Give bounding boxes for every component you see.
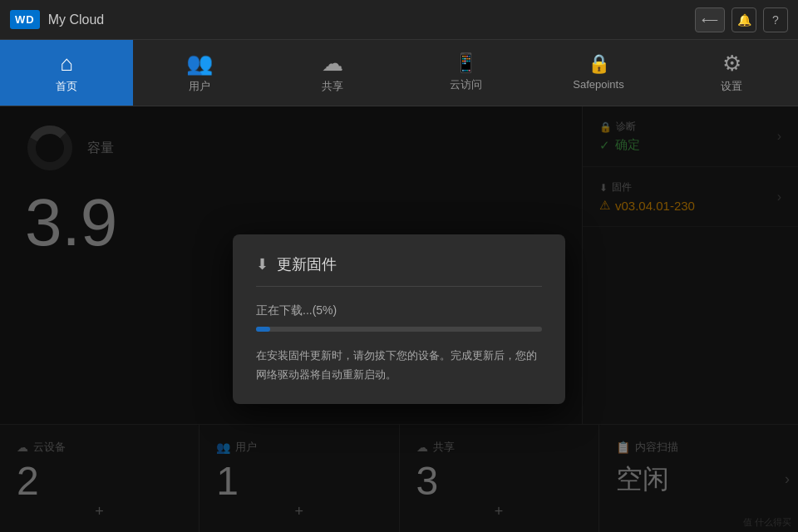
back-button[interactable]: ⟵ [695, 7, 725, 32]
progress-bar-background [256, 327, 542, 332]
nav-item-home[interactable]: ⌂ 首页 [0, 40, 133, 106]
modal-description: 在安装固件更新时，请勿拔下您的设备。完成更新后，您的网络驱动器将自动重新启动。 [256, 347, 542, 383]
app-title: My Cloud [48, 12, 105, 27]
back-icon: ⟵ [702, 13, 718, 27]
nav-item-settings[interactable]: ⚙ 设置 [665, 40, 798, 106]
navigation: ⌂ 首页 👥 用户 ☁ 共享 📱 云访问 🔒 Safepoints ⚙ 设置 [0, 40, 798, 106]
modal-download-icon: ⬇ [256, 255, 268, 273]
nav-item-cloud[interactable]: 📱 云访问 [399, 40, 532, 106]
main-content: 容量 3.9 🔒 诊断 ✓ 确定 › ⬇ 固件 [0, 106, 798, 532]
nav-label-settings: 设置 [721, 79, 742, 94]
settings-icon: ⚙ [722, 52, 741, 74]
bell-icon: 🔔 [737, 13, 751, 27]
nav-item-users[interactable]: 👥 用户 [133, 40, 266, 106]
shares-icon: ☁ [322, 52, 343, 74]
progress-label: 正在下载...(5%) [256, 303, 542, 318]
help-button[interactable]: ? [763, 7, 788, 32]
header-left: WD My Cloud [10, 10, 104, 29]
nav-label-users: 用户 [189, 79, 210, 94]
header-right: ⟵ 🔔 ? [695, 7, 788, 32]
firmware-update-modal: ⬇ 更新固件 正在下载...(5%) 在安装固件更新时，请勿拔下您的设备。完成更… [233, 234, 565, 403]
nav-item-safepoints[interactable]: 🔒 Safepoints [532, 40, 665, 106]
bell-button[interactable]: 🔔 [732, 7, 756, 32]
nav-item-shares[interactable]: ☁ 共享 [266, 40, 399, 106]
modal-title: 更新固件 [277, 254, 337, 274]
help-icon: ? [772, 13, 779, 27]
progress-bar-fill [256, 327, 270, 332]
header: WD My Cloud ⟵ 🔔 ? [0, 0, 798, 40]
wd-logo: WD [10, 10, 40, 29]
home-icon: ⌂ [60, 52, 73, 74]
nav-label-home: 首页 [56, 79, 77, 94]
modal-header: ⬇ 更新固件 [256, 254, 542, 287]
safepoints-icon: 🔒 [588, 55, 610, 73]
nav-label-cloud: 云访问 [450, 77, 482, 92]
nav-label-safepoints: Safepoints [573, 78, 623, 91]
users-icon: 👥 [186, 52, 213, 74]
cloud-icon: 📱 [455, 54, 477, 72]
modal-overlay: ⬇ 更新固件 正在下载...(5%) 在安装固件更新时，请勿拔下您的设备。完成更… [0, 106, 798, 532]
nav-label-shares: 共享 [322, 79, 343, 94]
